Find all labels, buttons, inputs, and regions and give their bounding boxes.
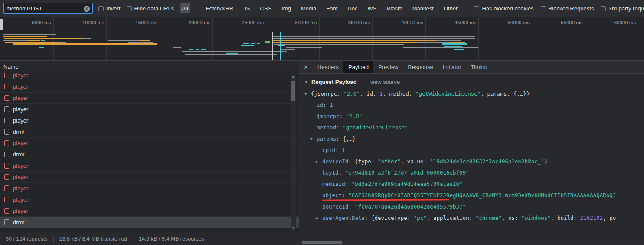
tab-initiator[interactable]: Initiator — [438, 61, 466, 73]
collapse-arrow-icon[interactable]: ▼ — [310, 133, 317, 145]
clear-filter-icon[interactable]: ✕ — [84, 6, 90, 12]
tab-headers[interactable]: Headers — [313, 61, 343, 73]
horizontal-scrollbar[interactable] — [299, 240, 644, 245]
request-row[interactable]: player — [0, 104, 299, 115]
type-filter-fetch-xhr[interactable]: Fetch/XHR — [204, 3, 236, 13]
scroll-up-icon[interactable]: ▲ — [291, 74, 296, 80]
filter-checkbox-has-blocked-cookies[interactable]: Has blocked cookies — [474, 5, 533, 12]
filter-checkbox-hide-data-urls[interactable]: Hide data URLs — [127, 5, 174, 12]
tab-timing[interactable]: Timing — [466, 61, 492, 73]
request-details-panel: ✕ HeadersPayloadPreviewResponseInitiator… — [299, 61, 644, 245]
payload-tree-line-useragentdata[interactable]: ▶userAgentData: {deviceType: "pc", appli… — [304, 212, 644, 224]
type-filter-doc[interactable]: Doc — [345, 3, 360, 13]
waterfall-bar — [272, 38, 475, 39]
request-name: player — [13, 73, 28, 79]
summary-resources: 14.6 kB / 9.4 MB resources — [133, 236, 210, 242]
payload-tree-line-cpid[interactable]: cpid: 1 — [304, 145, 644, 156]
scroll-down-icon[interactable]: ▼ — [291, 225, 296, 231]
waterfall-bar — [281, 49, 295, 50]
request-row[interactable]: player — [0, 81, 299, 93]
type-filter-other[interactable]: Other — [441, 3, 460, 13]
timeline-marker — [280, 32, 281, 60]
network-filter-input[interactable]: method:POST ✕ — [3, 3, 93, 14]
name-column-header[interactable]: Name — [0, 61, 299, 73]
payload-tree-line-object[interactable]: object: "CAES2h8SRQpDCi0IARIQ55TYEKP2J9e… — [304, 190, 644, 201]
token-key: jsonrpc — [317, 113, 340, 119]
type-filter-font[interactable]: Font — [324, 3, 340, 13]
type-filter-ws[interactable]: WS — [365, 3, 379, 13]
filter-checkbox-3rd-party-requests[interactable]: 3rd-party requests — [601, 5, 644, 12]
type-filter-manifest[interactable]: Manifest — [410, 3, 436, 13]
checkbox-icon — [98, 6, 104, 11]
scrollbar-thumb[interactable] — [291, 81, 295, 101]
payload-tree-line-deviceid[interactable]: ▶deviceId: {type: "other", value: "19db2… — [304, 156, 644, 167]
request-row[interactable]: player — [0, 194, 299, 205]
overview-resize-handle[interactable] — [0, 19, 3, 30]
request-row[interactable]: drm/ — [0, 126, 299, 138]
waterfall-bar — [241, 45, 254, 46]
type-filter-all[interactable]: All — [180, 3, 190, 13]
token-plain: {jsonrpc: — [311, 90, 343, 97]
token-key: mediaId — [322, 181, 345, 187]
filter-checkbox-blocked-requests[interactable]: Blocked Requests — [541, 5, 594, 12]
waterfall-bar — [82, 38, 91, 39]
timeline-tick-label: 50000 ms — [507, 20, 530, 25]
type-filter-css[interactable]: CSS — [258, 3, 274, 13]
scrollbar-thumb[interactable] — [302, 241, 342, 244]
waterfall-bar — [108, 40, 139, 41]
payload-tree-line-method[interactable]: method: "getWidevineLicense" — [304, 122, 644, 133]
request-row[interactable]: player — [0, 138, 299, 149]
token-num: 1 — [342, 147, 345, 153]
tab-payload[interactable]: Payload — [343, 61, 373, 73]
checkbox-label: Has blocked cookies — [482, 5, 533, 12]
request-row[interactable]: player — [0, 183, 299, 194]
request-row[interactable]: drm/ — [0, 149, 299, 160]
type-filter-wasm[interactable]: Wasm — [384, 3, 404, 13]
request-name: player — [13, 196, 28, 203]
request-row[interactable]: player — [0, 160, 299, 172]
payload-tree-line-summary[interactable]: ▼{jsonrpc: "2.0", id: 1, method: "getWid… — [304, 88, 644, 99]
request-row[interactable]: player — [0, 172, 299, 183]
network-overview-timeline[interactable]: 5000 ms10000 ms15000 ms20000 ms25000 ms3… — [0, 17, 644, 61]
waterfall-bar — [39, 47, 44, 48]
waterfall-bar — [450, 42, 465, 43]
payload-tree-line-jsonrpc[interactable]: jsonrpc: "2.0" — [304, 111, 644, 122]
type-filter-media[interactable]: Media — [299, 3, 318, 13]
tab-response[interactable]: Response — [403, 61, 438, 73]
checkbox-icon — [601, 6, 606, 11]
collapse-arrow-icon[interactable]: ▼ — [304, 88, 311, 99]
waterfall-bar — [201, 49, 206, 50]
timeline-gridline — [160, 17, 160, 60]
token-str: "windows" — [521, 215, 551, 221]
request-payload-section-header[interactable]: ▼ Request Payload view source — [299, 74, 644, 87]
payload-tree-line-keyid[interactable]: keyId: "e794d810-a3f6-27d7-a01d-0000016e… — [304, 167, 644, 179]
filter-checkbox-invert[interactable]: Invert — [98, 5, 121, 12]
request-row[interactable]: player — [0, 115, 299, 126]
payload-tree-line-id[interactable]: id: 1 — [304, 99, 644, 111]
request-row[interactable]: player — [0, 205, 299, 217]
expand-arrow-icon[interactable]: ▶ — [316, 212, 322, 224]
collapse-arrow-icon[interactable]: ▼ — [304, 80, 308, 84]
payload-tree-line-mediaid[interactable]: mediaId: "bd3a27d7a969ca49d14eaa5730a1aa… — [304, 179, 644, 190]
timeline-gridline — [585, 17, 585, 60]
type-filter-img[interactable]: Img — [279, 3, 293, 13]
token-key: keyId — [322, 169, 339, 176]
request-row[interactable]: player — [0, 93, 299, 104]
file-icon — [4, 208, 9, 214]
view-source-link[interactable]: view source — [370, 79, 400, 85]
payload-tree-line-params[interactable]: ▼params: {,…} — [304, 133, 644, 145]
type-filter-js[interactable]: JS — [241, 3, 252, 13]
request-row[interactable]: player — [0, 73, 299, 81]
timeline-tick-label: 40000 ms — [401, 20, 423, 25]
token-str: "2.0" — [343, 90, 360, 97]
payload-tree-line-sourceid[interactable]: sourceId: "fc0a707a8426d4a6800428e4d5579… — [304, 201, 644, 212]
timeline-gridline — [532, 17, 532, 60]
timeline-tick-label: 30000 ms — [295, 20, 317, 25]
expand-arrow-icon[interactable]: ▶ — [316, 156, 322, 167]
waterfall-bar — [278, 45, 285, 46]
request-row[interactable]: drm/ — [0, 217, 299, 228]
request-name: player — [13, 185, 28, 192]
close-details-icon[interactable]: ✕ — [299, 61, 313, 73]
vertical-scrollbar[interactable]: ▲ ▼ — [291, 74, 296, 231]
tab-preview[interactable]: Preview — [373, 61, 403, 73]
